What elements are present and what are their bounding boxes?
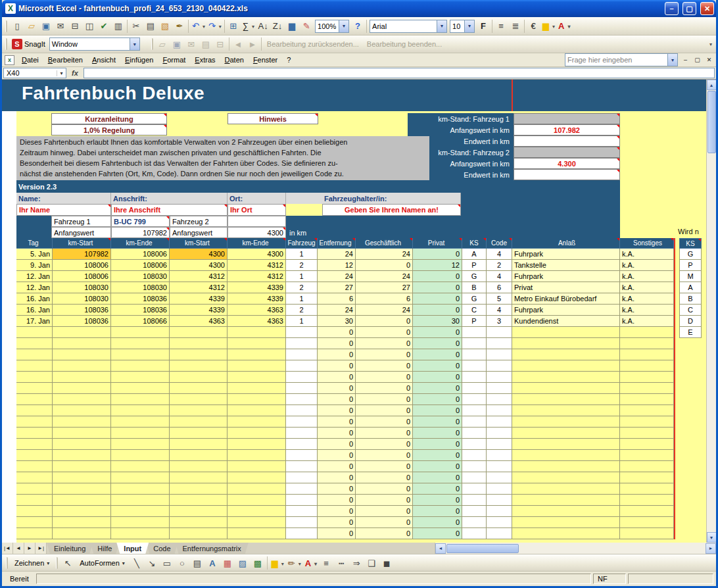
cell-empty[interactable] — [170, 338, 227, 349]
bold-icon[interactable]: F — [476, 19, 491, 33]
picture-icon[interactable]: ▩ — [251, 556, 265, 570]
cell-empty[interactable] — [512, 506, 620, 517]
cell-empty[interactable]: 0 — [318, 439, 356, 450]
cell-tag[interactable]: 17. Jan — [16, 316, 53, 327]
cell-empty[interactable] — [512, 428, 620, 439]
ort-value-cell[interactable]: Ihr Ort — [227, 204, 286, 216]
menu-?[interactable]: ? — [282, 55, 295, 65]
cell-empty[interactable]: 0 — [318, 517, 356, 528]
cell-ks[interactable]: P — [462, 316, 487, 327]
cell-empty[interactable] — [16, 506, 53, 517]
cell-empty[interactable] — [53, 360, 111, 372]
cell-empty[interactable] — [286, 428, 318, 439]
cell-empty[interactable] — [462, 450, 487, 461]
cell-empty[interactable]: 0 — [356, 428, 413, 439]
worksheet[interactable]: Fahrtenbuch Deluxe Kurzanleitung 1,0% Re… — [2, 80, 706, 543]
cell-priv[interactable]: 12 — [413, 260, 462, 271]
cell-empty[interactable] — [170, 360, 227, 372]
previous-sheet-button[interactable]: ◄ — [13, 543, 24, 554]
open-folder-icon[interactable]: ▱ — [155, 37, 170, 51]
cell-ks2[interactable]: 4300 — [170, 249, 227, 260]
cell-empty[interactable] — [170, 461, 227, 472]
cell-empty[interactable] — [462, 394, 487, 405]
cell-empty[interactable] — [620, 327, 674, 338]
scroll-down-icon[interactable]: ▼ — [707, 532, 717, 543]
cell-empty[interactable] — [53, 383, 111, 394]
cell-ke1[interactable]: 108006 — [111, 249, 170, 260]
cell-empty[interactable] — [620, 338, 674, 349]
clipart-icon[interactable]: ▨ — [235, 556, 250, 570]
cell-empty[interactable] — [227, 372, 286, 383]
cell-empty[interactable] — [111, 506, 170, 517]
cell-sonst[interactable]: k.A. — [620, 316, 674, 327]
cell-empty[interactable] — [487, 439, 512, 450]
name-value-cell[interactable]: Ihr Name — [16, 204, 111, 216]
cell-ke1[interactable]: 108030 — [111, 271, 170, 282]
cell-empty[interactable]: 0 — [356, 383, 413, 394]
cell-ke2[interactable]: 4312 — [227, 271, 286, 282]
cell-anlass[interactable]: Fuhrpark — [512, 249, 620, 260]
cell-ges[interactable]: 0 — [356, 316, 413, 327]
wordart-icon[interactable]: A — [205, 556, 220, 570]
cell-empty[interactable] — [111, 394, 170, 405]
cell-ges[interactable]: 6 — [356, 293, 413, 305]
plate2-cell[interactable] — [227, 216, 286, 227]
cell-empty[interactable] — [462, 461, 487, 472]
cell-empty[interactable]: 0 — [413, 327, 462, 338]
column-header[interactable]: Fahrzeug — [286, 238, 318, 249]
cell-empty[interactable] — [53, 405, 111, 416]
cell-empty[interactable] — [286, 416, 318, 428]
menu-extras[interactable]: Extras — [190, 55, 220, 65]
window-close-button[interactable]: ✕ — [704, 55, 715, 65]
cell-empty[interactable] — [16, 439, 53, 450]
cell-empty[interactable] — [227, 495, 286, 506]
cell-empty[interactable] — [487, 360, 512, 372]
cell-empty[interactable] — [620, 394, 674, 405]
name-label-cell[interactable]: Name: — [16, 193, 111, 204]
column-header[interactable]: km-Ende — [227, 238, 286, 249]
chevron-down-icon[interactable]: ▾ — [437, 20, 446, 32]
cell-ent[interactable]: 24 — [318, 271, 356, 282]
cell-anlass[interactable]: Tankstelle — [512, 260, 620, 271]
cell-code[interactable]: 4 — [487, 249, 512, 260]
column-header[interactable]: Tag — [16, 238, 53, 249]
cell-empty[interactable]: 0 — [318, 405, 356, 416]
column-header[interactable]: km-Start — [53, 238, 111, 249]
cell-fz[interactable]: 1 — [286, 271, 318, 282]
cell-empty[interactable]: 0 — [356, 349, 413, 360]
cell-empty[interactable]: 0 — [356, 327, 413, 338]
anfangswert-label1-cell[interactable]: Anfangswert — [51, 227, 111, 238]
last-sheet-button[interactable]: ►| — [36, 543, 47, 554]
copy-icon[interactable]: ▤ — [143, 19, 158, 33]
scroll-left-icon[interactable]: ◄ — [435, 543, 446, 554]
cell-empty[interactable] — [53, 483, 111, 495]
cell-empty[interactable]: 0 — [413, 506, 462, 517]
cell-ke2[interactable]: 4312 — [227, 260, 286, 271]
cell-sonst[interactable]: k.A. — [620, 282, 674, 293]
attach-icon[interactable]: ▤ — [199, 37, 213, 51]
window-restore-button[interactable]: ▢ — [692, 55, 703, 65]
cell-empty[interactable] — [512, 472, 620, 483]
ks-legend-code[interactable]: C — [679, 305, 702, 316]
cell-empty[interactable] — [462, 495, 487, 506]
cell-ges[interactable]: 27 — [356, 282, 413, 293]
minimize-button[interactable]: – — [665, 2, 679, 15]
new-document-icon[interactable]: ▯ — [10, 19, 24, 33]
tab-entfernungsmatrix[interactable]: Entfernungsmatrix — [176, 543, 249, 554]
snagit-button[interactable]: SSnagIt — [9, 37, 48, 51]
bearbeitung-beenden-button[interactable]: Bearbeitung beenden... — [363, 37, 446, 51]
cell-empty[interactable] — [512, 450, 620, 461]
cell-empty[interactable]: 0 — [318, 483, 356, 495]
cell-empty[interactable] — [170, 450, 227, 461]
cell-empty[interactable] — [286, 461, 318, 472]
cell-empty[interactable] — [16, 349, 53, 360]
cell-empty[interactable] — [620, 416, 674, 428]
cell-empty[interactable] — [53, 472, 111, 483]
cell-empty[interactable] — [286, 394, 318, 405]
cell-empty[interactable] — [462, 428, 487, 439]
ks-legend-code[interactable]: A — [679, 282, 702, 293]
cell-empty[interactable]: 0 — [356, 528, 413, 539]
cell-empty[interactable] — [620, 506, 674, 517]
cell-empty[interactable] — [620, 360, 674, 372]
chevron-down-icon[interactable]: ▾ — [130, 38, 139, 50]
